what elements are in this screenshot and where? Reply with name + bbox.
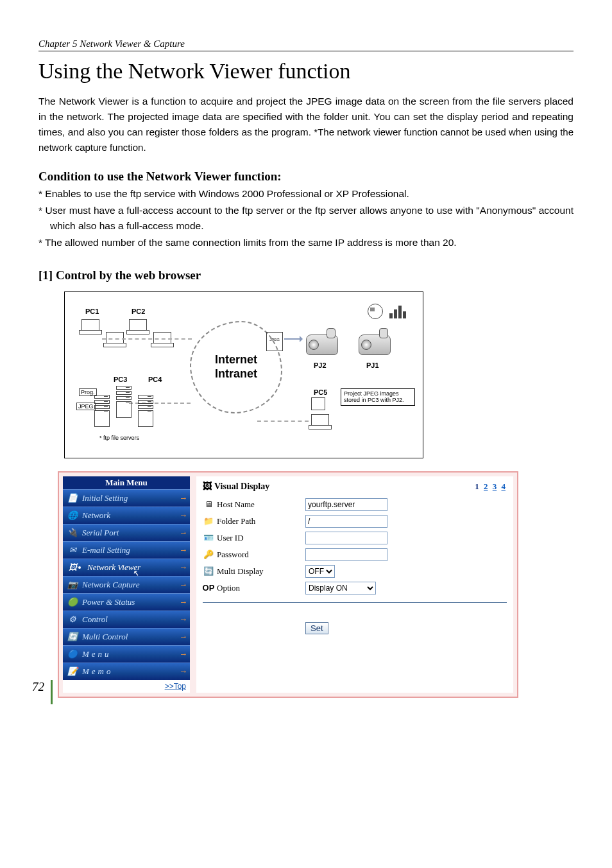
condition-item: * Enables to use the ftp service with Wi… <box>38 186 574 202</box>
page-link-4[interactable]: 4 <box>502 482 506 491</box>
option-select[interactable]: Display ON <box>305 582 376 595</box>
pc4-label: PC4 <box>148 376 162 383</box>
laptop-icon <box>309 414 330 430</box>
pj2-label: PJ2 <box>314 361 327 369</box>
password-input[interactable] <box>305 548 387 561</box>
multi-icon: 🔄 <box>67 631 78 643</box>
projector-icon <box>303 328 339 356</box>
sidebar-item-label: Power & Status <box>82 597 135 607</box>
user-id-input[interactable] <box>305 532 387 544</box>
multi-icon: 🔄 <box>203 566 214 577</box>
sidebar-item-label: Initial Setting <box>82 493 128 503</box>
arrow-right-icon: → <box>179 493 187 503</box>
power-icon: 🟢 <box>67 596 78 608</box>
laptop-icon <box>126 319 148 334</box>
cloud-intranet: Intranet <box>215 367 257 381</box>
arrow-right-icon: → <box>179 580 187 590</box>
chapter-header: Chapter 5 Network Viewer & Capture <box>38 39 574 51</box>
condition-heading: Condition to use the Network Viewer func… <box>38 169 574 184</box>
chart-icon <box>389 304 406 318</box>
top-link[interactable]: >>Top <box>63 680 190 693</box>
viewer-icon: 🖼 <box>67 562 78 573</box>
laptop-icon <box>79 319 101 334</box>
monitor-icon <box>311 397 325 410</box>
display-icon: 🖼 <box>203 482 212 492</box>
sidebar-item-menu[interactable]: 🔵 Menu → <box>63 645 190 663</box>
sidebar-item-network[interactable]: 🌐 Network → <box>63 507 190 524</box>
sidebar-item-label: Control <box>82 614 108 625</box>
menu-icon: 🔵 <box>67 648 78 660</box>
pc5-label: PC5 <box>314 388 327 396</box>
sidebar-item-memo[interactable]: 📝 Memo → <box>63 663 190 680</box>
arrow-right-icon: → <box>179 562 187 573</box>
pc3-label: PC3 <box>114 376 127 383</box>
sidebar-item-email-setting[interactable]: ✉ E-mail Setting → <box>63 541 190 559</box>
network-diagram: PC1 PC2 PC3 PC4 Prog. JPEG * ftp file <box>64 291 423 458</box>
option-icon: OP <box>203 583 214 593</box>
condition-item: * User must have a full-access account t… <box>38 203 574 234</box>
page-link-2[interactable]: 2 <box>484 482 488 491</box>
id-icon: 🪪 <box>203 533 214 543</box>
sidebar-item-label: Network <box>82 510 110 521</box>
pc2-label: PC2 <box>132 308 145 315</box>
page-link-3[interactable]: 3 <box>493 482 497 491</box>
globe-icon: 🌐 <box>67 510 78 521</box>
sidebar-item-multi-control[interactable]: 🔄 Multi Control → <box>63 628 190 645</box>
host-name-input[interactable] <box>305 498 387 511</box>
arrow-right-icon: → <box>179 597 187 607</box>
sidebar-item-label: Network Capture <box>82 580 139 590</box>
doc-icon: 📄 <box>67 492 78 504</box>
sidebar-item-label: Memo <box>82 666 114 677</box>
projector-icon <box>356 328 392 356</box>
multi-display-select[interactable]: OFF <box>305 565 335 578</box>
intro-paragraph: The Network Viewer is a function to acqu… <box>38 94 574 155</box>
plug-icon: 🔌 <box>67 527 78 539</box>
arrow-right-icon: → <box>179 632 187 642</box>
browser-screenshot: Main Menu 📄 Initial Setting → 🌐 Network … <box>58 471 518 698</box>
arrow-right-icon: → <box>179 510 187 521</box>
sidebar-item-label: E-mail Setting <box>82 545 130 555</box>
jpeg-tag: JPEG <box>76 403 96 410</box>
host-icon: 🖥 <box>203 499 214 510</box>
folder-path-label: Folder Path <box>217 516 255 526</box>
servers-caption: * ftp file servers <box>99 435 139 441</box>
capture-icon: 📷 <box>67 579 78 591</box>
sidebar-item-label: Serial Port <box>82 528 119 538</box>
set-button[interactable]: Set <box>305 622 328 634</box>
content-heading: Visual Display <box>214 482 269 492</box>
arrow-right-icon: → <box>179 545 187 555</box>
folder-path-input[interactable] <box>305 515 387 528</box>
separator <box>203 602 507 603</box>
arrow-right-icon: → <box>179 614 187 625</box>
sidebar-item-network-viewer[interactable]: 🖼 Network Viewer ↖ → <box>63 559 190 576</box>
folder-icon: 📁 <box>203 516 214 526</box>
pc1-label: PC1 <box>85 308 99 315</box>
sidebar-item-network-capture[interactable]: 📷 Network Capture → <box>63 576 190 593</box>
mail-icon: ✉ <box>67 544 78 556</box>
arrow-right-icon: → <box>179 528 187 538</box>
condition-list: * Enables to use the ftp service with Wi… <box>38 186 574 250</box>
arrow-right-icon: → <box>179 649 187 659</box>
gear-icon: ⚙ <box>67 614 78 625</box>
sidebar-item-power-status[interactable]: 🟢 Power & Status → <box>63 593 190 611</box>
page-title: Using the Network Viewer function <box>38 59 574 83</box>
sidebar-item-label: Menu <box>82 649 112 659</box>
sidebar-item-initial-setting[interactable]: 📄 Initial Setting → <box>63 489 190 507</box>
condition-item: * The allowed number of the same connect… <box>38 235 574 250</box>
page-selector: 1 2 3 4 <box>473 482 507 492</box>
section-heading: [1] Control by the web browser <box>38 268 574 282</box>
key-icon: 🔑 <box>203 550 214 560</box>
memo-icon: 📝 <box>67 666 78 677</box>
jpeg-icon: JPEG <box>266 332 283 351</box>
password-label: Password <box>217 550 249 560</box>
laptop-icon <box>103 332 125 347</box>
host-name-label: Host Name <box>217 499 255 510</box>
sidebar-item-serial-port[interactable]: 🔌 Serial Port → <box>63 524 190 541</box>
pj1-label: PJ1 <box>366 361 379 369</box>
arrow-icon <box>284 338 302 340</box>
sidebar-title: Main Menu <box>63 476 190 489</box>
page-current: 1 <box>475 482 479 491</box>
sidebar-item-control[interactable]: ⚙ Control → <box>63 611 190 628</box>
note-box: Project JPEG images stored in PC3 with P… <box>341 388 415 406</box>
user-id-label: User ID <box>217 533 244 543</box>
